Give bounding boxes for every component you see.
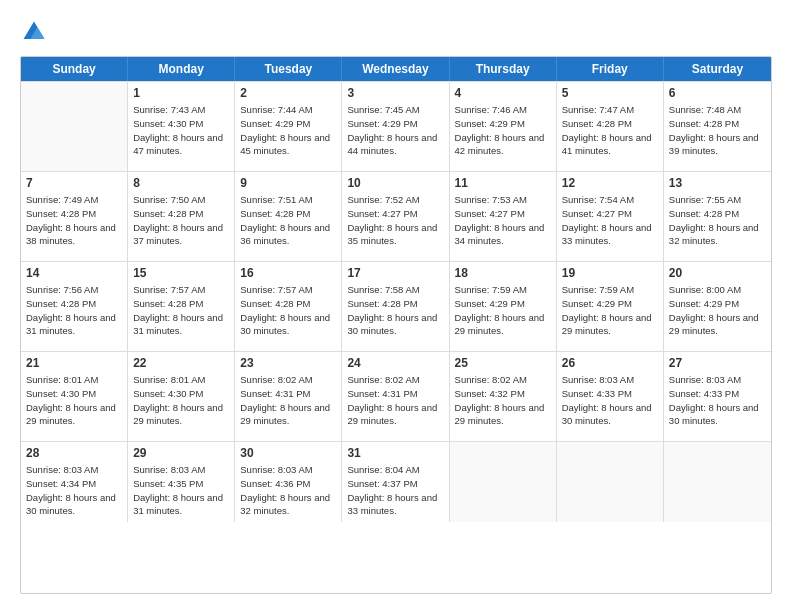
calendar-cell: 14Sunrise: 7:56 AMSunset: 4:28 PMDayligh… <box>21 262 128 351</box>
day-number: 8 <box>133 176 229 190</box>
sun-info: Sunrise: 7:57 AMSunset: 4:28 PMDaylight:… <box>133 283 229 338</box>
calendar-cell: 28Sunrise: 8:03 AMSunset: 4:34 PMDayligh… <box>21 442 128 522</box>
calendar-header-tuesday: Tuesday <box>235 57 342 81</box>
calendar-week-1: 1Sunrise: 7:43 AMSunset: 4:30 PMDaylight… <box>21 81 771 171</box>
sun-info: Sunrise: 7:44 AMSunset: 4:29 PMDaylight:… <box>240 103 336 158</box>
sun-info: Sunrise: 8:01 AMSunset: 4:30 PMDaylight:… <box>133 373 229 428</box>
calendar-cell: 30Sunrise: 8:03 AMSunset: 4:36 PMDayligh… <box>235 442 342 522</box>
sun-info: Sunrise: 8:02 AMSunset: 4:31 PMDaylight:… <box>347 373 443 428</box>
day-number: 16 <box>240 266 336 280</box>
calendar-week-4: 21Sunrise: 8:01 AMSunset: 4:30 PMDayligh… <box>21 351 771 441</box>
day-number: 22 <box>133 356 229 370</box>
day-number: 28 <box>26 446 122 460</box>
calendar-cell: 19Sunrise: 7:59 AMSunset: 4:29 PMDayligh… <box>557 262 664 351</box>
sun-info: Sunrise: 8:02 AMSunset: 4:31 PMDaylight:… <box>240 373 336 428</box>
sun-info: Sunrise: 7:48 AMSunset: 4:28 PMDaylight:… <box>669 103 766 158</box>
sun-info: Sunrise: 8:04 AMSunset: 4:37 PMDaylight:… <box>347 463 443 518</box>
calendar-header-thursday: Thursday <box>450 57 557 81</box>
sun-info: Sunrise: 8:01 AMSunset: 4:30 PMDaylight:… <box>26 373 122 428</box>
calendar-cell: 7Sunrise: 7:49 AMSunset: 4:28 PMDaylight… <box>21 172 128 261</box>
sun-info: Sunrise: 7:52 AMSunset: 4:27 PMDaylight:… <box>347 193 443 248</box>
day-number: 21 <box>26 356 122 370</box>
calendar-cell: 6Sunrise: 7:48 AMSunset: 4:28 PMDaylight… <box>664 82 771 171</box>
calendar-header-row: SundayMondayTuesdayWednesdayThursdayFrid… <box>21 57 771 81</box>
calendar-header-friday: Friday <box>557 57 664 81</box>
sun-info: Sunrise: 7:56 AMSunset: 4:28 PMDaylight:… <box>26 283 122 338</box>
calendar-cell: 24Sunrise: 8:02 AMSunset: 4:31 PMDayligh… <box>342 352 449 441</box>
calendar-cell: 10Sunrise: 7:52 AMSunset: 4:27 PMDayligh… <box>342 172 449 261</box>
calendar-cell <box>664 442 771 522</box>
sun-info: Sunrise: 7:55 AMSunset: 4:28 PMDaylight:… <box>669 193 766 248</box>
day-number: 29 <box>133 446 229 460</box>
day-number: 6 <box>669 86 766 100</box>
day-number: 13 <box>669 176 766 190</box>
header <box>20 18 772 46</box>
sun-info: Sunrise: 8:03 AMSunset: 4:33 PMDaylight:… <box>669 373 766 428</box>
day-number: 27 <box>669 356 766 370</box>
sun-info: Sunrise: 7:47 AMSunset: 4:28 PMDaylight:… <box>562 103 658 158</box>
sun-info: Sunrise: 7:50 AMSunset: 4:28 PMDaylight:… <box>133 193 229 248</box>
calendar-cell: 23Sunrise: 8:02 AMSunset: 4:31 PMDayligh… <box>235 352 342 441</box>
day-number: 4 <box>455 86 551 100</box>
calendar-cell: 27Sunrise: 8:03 AMSunset: 4:33 PMDayligh… <box>664 352 771 441</box>
sun-info: Sunrise: 7:45 AMSunset: 4:29 PMDaylight:… <box>347 103 443 158</box>
day-number: 15 <box>133 266 229 280</box>
day-number: 14 <box>26 266 122 280</box>
sun-info: Sunrise: 8:00 AMSunset: 4:29 PMDaylight:… <box>669 283 766 338</box>
calendar-cell: 16Sunrise: 7:57 AMSunset: 4:28 PMDayligh… <box>235 262 342 351</box>
calendar-cell <box>450 442 557 522</box>
calendar-cell: 2Sunrise: 7:44 AMSunset: 4:29 PMDaylight… <box>235 82 342 171</box>
calendar-cell: 11Sunrise: 7:53 AMSunset: 4:27 PMDayligh… <box>450 172 557 261</box>
sun-info: Sunrise: 7:51 AMSunset: 4:28 PMDaylight:… <box>240 193 336 248</box>
sun-info: Sunrise: 7:54 AMSunset: 4:27 PMDaylight:… <box>562 193 658 248</box>
sun-info: Sunrise: 7:43 AMSunset: 4:30 PMDaylight:… <box>133 103 229 158</box>
calendar-cell: 25Sunrise: 8:02 AMSunset: 4:32 PMDayligh… <box>450 352 557 441</box>
day-number: 30 <box>240 446 336 460</box>
calendar-cell: 15Sunrise: 7:57 AMSunset: 4:28 PMDayligh… <box>128 262 235 351</box>
calendar-header-saturday: Saturday <box>664 57 771 81</box>
day-number: 26 <box>562 356 658 370</box>
sun-info: Sunrise: 7:58 AMSunset: 4:28 PMDaylight:… <box>347 283 443 338</box>
calendar: SundayMondayTuesdayWednesdayThursdayFrid… <box>20 56 772 594</box>
sun-info: Sunrise: 8:03 AMSunset: 4:36 PMDaylight:… <box>240 463 336 518</box>
calendar-cell: 22Sunrise: 8:01 AMSunset: 4:30 PMDayligh… <box>128 352 235 441</box>
sun-info: Sunrise: 7:59 AMSunset: 4:29 PMDaylight:… <box>562 283 658 338</box>
calendar-cell: 8Sunrise: 7:50 AMSunset: 4:28 PMDaylight… <box>128 172 235 261</box>
page: SundayMondayTuesdayWednesdayThursdayFrid… <box>0 0 792 612</box>
calendar-cell <box>21 82 128 171</box>
sun-info: Sunrise: 7:46 AMSunset: 4:29 PMDaylight:… <box>455 103 551 158</box>
day-number: 17 <box>347 266 443 280</box>
calendar-cell: 12Sunrise: 7:54 AMSunset: 4:27 PMDayligh… <box>557 172 664 261</box>
calendar-cell: 31Sunrise: 8:04 AMSunset: 4:37 PMDayligh… <box>342 442 449 522</box>
sun-info: Sunrise: 7:53 AMSunset: 4:27 PMDaylight:… <box>455 193 551 248</box>
calendar-cell: 4Sunrise: 7:46 AMSunset: 4:29 PMDaylight… <box>450 82 557 171</box>
calendar-week-5: 28Sunrise: 8:03 AMSunset: 4:34 PMDayligh… <box>21 441 771 522</box>
calendar-header-wednesday: Wednesday <box>342 57 449 81</box>
calendar-cell: 21Sunrise: 8:01 AMSunset: 4:30 PMDayligh… <box>21 352 128 441</box>
calendar-week-3: 14Sunrise: 7:56 AMSunset: 4:28 PMDayligh… <box>21 261 771 351</box>
sun-info: Sunrise: 8:02 AMSunset: 4:32 PMDaylight:… <box>455 373 551 428</box>
day-number: 11 <box>455 176 551 190</box>
day-number: 25 <box>455 356 551 370</box>
day-number: 24 <box>347 356 443 370</box>
calendar-body: 1Sunrise: 7:43 AMSunset: 4:30 PMDaylight… <box>21 81 771 522</box>
calendar-cell: 26Sunrise: 8:03 AMSunset: 4:33 PMDayligh… <box>557 352 664 441</box>
day-number: 23 <box>240 356 336 370</box>
calendar-cell: 5Sunrise: 7:47 AMSunset: 4:28 PMDaylight… <box>557 82 664 171</box>
calendar-cell: 20Sunrise: 8:00 AMSunset: 4:29 PMDayligh… <box>664 262 771 351</box>
day-number: 7 <box>26 176 122 190</box>
sun-info: Sunrise: 8:03 AMSunset: 4:34 PMDaylight:… <box>26 463 122 518</box>
calendar-cell: 3Sunrise: 7:45 AMSunset: 4:29 PMDaylight… <box>342 82 449 171</box>
calendar-cell: 9Sunrise: 7:51 AMSunset: 4:28 PMDaylight… <box>235 172 342 261</box>
calendar-cell: 17Sunrise: 7:58 AMSunset: 4:28 PMDayligh… <box>342 262 449 351</box>
sun-info: Sunrise: 8:03 AMSunset: 4:33 PMDaylight:… <box>562 373 658 428</box>
day-number: 5 <box>562 86 658 100</box>
sun-info: Sunrise: 7:59 AMSunset: 4:29 PMDaylight:… <box>455 283 551 338</box>
calendar-header-sunday: Sunday <box>21 57 128 81</box>
calendar-cell: 18Sunrise: 7:59 AMSunset: 4:29 PMDayligh… <box>450 262 557 351</box>
day-number: 12 <box>562 176 658 190</box>
day-number: 9 <box>240 176 336 190</box>
day-number: 31 <box>347 446 443 460</box>
sun-info: Sunrise: 7:49 AMSunset: 4:28 PMDaylight:… <box>26 193 122 248</box>
sun-info: Sunrise: 7:57 AMSunset: 4:28 PMDaylight:… <box>240 283 336 338</box>
